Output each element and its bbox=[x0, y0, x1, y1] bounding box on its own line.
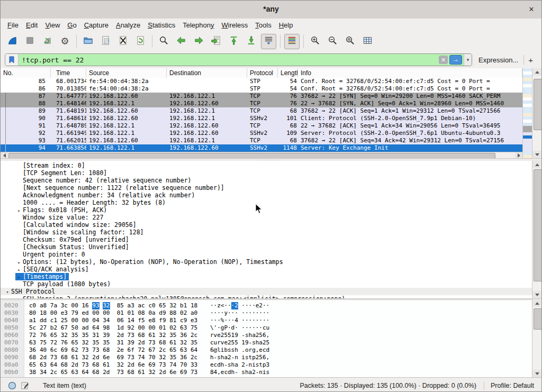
menu-statistics[interactable]: Statistics bbox=[144, 20, 179, 31]
detail-line[interactable]: Acknowledgment number: 34 (relative ack … bbox=[1, 192, 542, 199]
filter-bookmark-button[interactable] bbox=[5, 54, 19, 66]
packet-list-minimap[interactable] bbox=[522, 68, 532, 158]
packet-row-90[interactable]: 9071.648618924192.168.122.60192.168.122.… bbox=[1, 115, 522, 122]
start-capture-button[interactable] bbox=[5, 34, 20, 49]
go-first-button[interactable] bbox=[226, 34, 241, 49]
hex-row[interactable]: 0030801800e379ed00000101080ad98802a0····… bbox=[1, 309, 542, 317]
hex-row[interactable]: 006072766532353531392d7368613235362crve2… bbox=[1, 332, 542, 339]
hex-row[interactable]: 0020c0a87a3c0016933285a3acc06532b118··z<… bbox=[1, 302, 542, 309]
resize-columns-button[interactable] bbox=[360, 34, 375, 49]
detail-line[interactable]: 1000 .... = Header Length: 32 bytes (8) bbox=[1, 199, 542, 206]
column-header-source[interactable]: Source bbox=[86, 68, 167, 78]
go-last-button[interactable] bbox=[243, 34, 259, 49]
hex-row[interactable]: 0090682d736861322d6e697374703235362ch-sh… bbox=[1, 354, 542, 361]
packet-row-85[interactable]: 8568.001734936fe:54:00:d4:38:2aSTP54Conf… bbox=[1, 78, 522, 85]
save-file-button[interactable]: 010101100011 bbox=[98, 34, 113, 49]
scroll-down-icon[interactable] bbox=[532, 151, 542, 158]
detail-line[interactable]: ▾SSH Protocol bbox=[1, 288, 542, 295]
column-header-no[interactable]: No. bbox=[1, 68, 51, 78]
menu-wireless[interactable]: Wireless bbox=[218, 20, 252, 31]
packet-row-94[interactable]: 9471.663856741192.168.122.1192.168.122.6… bbox=[1, 144, 522, 152]
menu-edit[interactable]: Edit bbox=[22, 20, 41, 31]
scrollbar-thumb[interactable] bbox=[534, 79, 542, 130]
menu-telephony[interactable]: Telephony bbox=[179, 20, 218, 31]
go-forward-button[interactable] bbox=[191, 34, 206, 49]
clear-filter-icon[interactable]: ✕ bbox=[439, 56, 448, 64]
expert-info-button[interactable] bbox=[8, 381, 16, 390]
apply-filter-icon[interactable]: → bbox=[449, 55, 462, 65]
collapsed-arrow-icon[interactable]: ▸ bbox=[15, 259, 23, 266]
display-filter-input[interactable]: !tcp.port == 22 bbox=[19, 56, 439, 64]
detail-line[interactable]: [TCP Segment Len: 1080] bbox=[1, 169, 542, 177]
detail-line[interactable]: Window size value: 227 bbox=[1, 214, 542, 221]
capture-comment-button[interactable] bbox=[21, 381, 29, 390]
filter-history-dropdown-icon[interactable]: ▾ bbox=[464, 54, 472, 66]
column-header-time[interactable]: Time bbox=[51, 68, 86, 78]
scroll-right-icon[interactable] bbox=[515, 152, 522, 158]
close-file-button[interactable] bbox=[115, 34, 131, 49]
column-header-length[interactable]: Length bbox=[278, 68, 298, 78]
hex-row[interactable]: 008036406c69627373682e6f72672c6563646@li… bbox=[1, 347, 542, 354]
menu-analyze[interactable]: Analyze bbox=[112, 20, 144, 31]
expression-button[interactable]: Expression... bbox=[478, 56, 518, 64]
detail-line[interactable]: [Checksum Status: Unverified] bbox=[1, 243, 542, 251]
detail-line[interactable]: [Stream index: 0] bbox=[1, 162, 542, 169]
packet-row-89[interactable]: 8971.648191037192.168.122.60192.168.122.… bbox=[1, 107, 522, 115]
detail-line[interactable]: [Next sequence number: 1122 (relative se… bbox=[1, 184, 542, 192]
column-header-destination[interactable]: Destination bbox=[167, 68, 247, 78]
menu-file[interactable]: File bbox=[4, 20, 22, 31]
hex-row[interactable]: 00b038342c656364682d736861322d6e697384,e… bbox=[1, 369, 542, 376]
zoom-original-button[interactable] bbox=[342, 34, 358, 49]
zoom-in-button[interactable] bbox=[308, 34, 323, 49]
go-to-packet-button[interactable] bbox=[209, 34, 224, 49]
restart-capture-button[interactable] bbox=[40, 34, 55, 49]
profile-status[interactable]: Profile: Default bbox=[491, 382, 534, 389]
packet-row-92[interactable]: 9271.661949820192.168.122.1192.168.122.6… bbox=[1, 130, 522, 137]
reload-file-button[interactable] bbox=[133, 34, 148, 49]
menu-help[interactable]: Help bbox=[275, 20, 297, 31]
details-vertical-scrollbar[interactable] bbox=[532, 161, 542, 298]
packet-row-86[interactable]: 8670.013850163fe:54:00:d4:38:2aSTP54Conf… bbox=[1, 85, 522, 93]
hex-row[interactable]: 0040a1ddc125000004340614f5e8f981c9e3···%… bbox=[1, 317, 542, 324]
packet-row-91[interactable]: 9171.648789678192.168.122.1192.168.122.6… bbox=[1, 122, 522, 130]
bytes-vertical-scrollbar[interactable] bbox=[532, 299, 542, 377]
menu-capture[interactable]: Capture bbox=[80, 20, 112, 31]
close-window-icon[interactable]: ✕ bbox=[527, 5, 536, 14]
scroll-up-icon[interactable] bbox=[532, 161, 542, 168]
packet-row-93[interactable]: 9371.662015274192.168.122.60192.168.122.… bbox=[1, 137, 522, 144]
scroll-left-icon[interactable] bbox=[1, 152, 8, 158]
scroll-down-icon[interactable] bbox=[532, 370, 542, 377]
detail-line[interactable]: ▸[SEQ/ACK analysis] bbox=[1, 266, 542, 273]
detail-line[interactable]: Checksum: 0x79ed [unverified] bbox=[1, 236, 542, 243]
add-filter-button[interactable]: + bbox=[528, 56, 533, 65]
colorize-button[interactable] bbox=[284, 34, 300, 49]
go-back-button[interactable] bbox=[174, 34, 189, 49]
menu-tools[interactable]: Tools bbox=[251, 20, 275, 31]
scroll-down-icon[interactable] bbox=[532, 291, 542, 298]
stop-capture-button[interactable] bbox=[22, 34, 38, 49]
column-header-info[interactable]: Info bbox=[298, 68, 522, 78]
scroll-up-icon[interactable] bbox=[532, 68, 542, 76]
collapsed-arrow-icon[interactable]: ▸ bbox=[15, 266, 23, 274]
packet-list-vertical-scrollbar[interactable] bbox=[532, 68, 542, 158]
menu-view[interactable]: View bbox=[41, 20, 64, 31]
hex-row[interactable]: 00505c27b26750ad64981d92000001026375\'·g… bbox=[1, 324, 542, 332]
packet-row-88[interactable]: 8871.648146932192.168.122.1192.168.122.6… bbox=[1, 100, 522, 107]
detail-line[interactable]: Urgent pointer: 0 bbox=[1, 251, 542, 258]
detail-line[interactable]: ▸Options: (12 bytes), No-Operation (NOP)… bbox=[1, 258, 542, 266]
auto-scroll-button[interactable] bbox=[261, 34, 276, 49]
capture-options-button[interactable]: ⚙ bbox=[57, 34, 73, 49]
expanded-arrow-icon[interactable]: ▾ bbox=[4, 288, 11, 296]
detail-line[interactable]: ▸[Timestamps] bbox=[1, 273, 542, 280]
column-header-protocol[interactable]: Protocol bbox=[247, 68, 278, 78]
detail-line[interactable]: TCP payload (1080 bytes) bbox=[1, 280, 542, 288]
display-filter-field[interactable]: !tcp.port == 22 ✕ → ▾ bbox=[5, 53, 472, 66]
collapsed-arrow-icon[interactable]: ▸ bbox=[15, 274, 23, 281]
open-file-button[interactable] bbox=[80, 34, 96, 49]
detail-line[interactable]: [Calculated window size: 29056] bbox=[1, 221, 542, 229]
hex-row[interactable]: 0070637572766532353531392d7368613235curv… bbox=[1, 339, 542, 347]
scrollbar-thumb[interactable] bbox=[534, 169, 542, 281]
packet-row-87[interactable]: 8771.647777234192.168.122.60192.168.122.… bbox=[1, 93, 522, 100]
collapsed-arrow-icon[interactable]: ▸ bbox=[15, 207, 23, 214]
find-packet-button[interactable] bbox=[156, 34, 171, 49]
